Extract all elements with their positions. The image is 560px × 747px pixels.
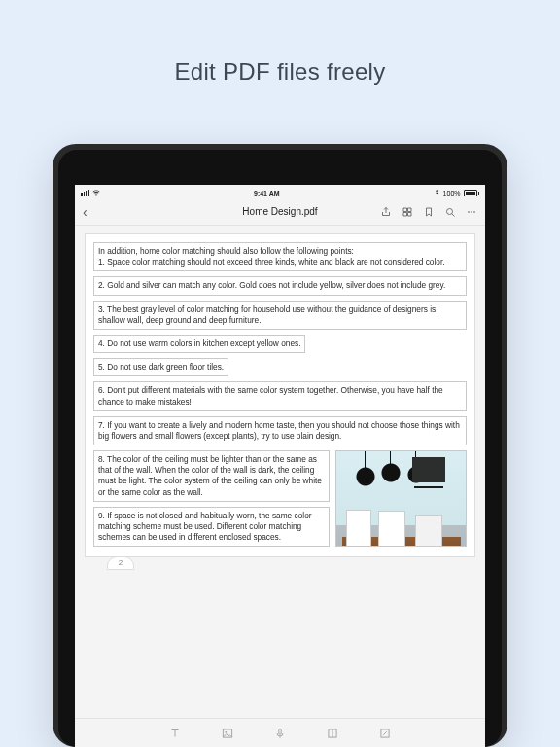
- battery-icon: [464, 190, 480, 196]
- image-tool-icon[interactable]: [221, 727, 234, 740]
- annotate-tool-icon[interactable]: [378, 727, 392, 740]
- svg-point-5: [225, 730, 227, 732]
- status-time: 9:41 AM: [254, 190, 280, 196]
- share-icon[interactable]: [380, 206, 392, 218]
- text-block[interactable]: 5. Do not use dark green floor tiles.: [93, 358, 228, 376]
- layout-tool-icon[interactable]: [326, 727, 339, 740]
- svg-point-0: [447, 208, 453, 214]
- bluetooth-icon: [434, 189, 440, 196]
- edit-toolbar: [75, 718, 485, 747]
- text-tool-icon[interactable]: [168, 727, 182, 740]
- text-block[interactable]: 9. If space is not closed and habitually…: [93, 507, 330, 548]
- embedded-image[interactable]: [335, 450, 467, 547]
- grid-icon[interactable]: [402, 206, 413, 218]
- svg-point-1: [468, 211, 470, 213]
- text-block[interactable]: 7. If you want to create a lively and mo…: [93, 416, 467, 445]
- text-block[interactable]: 6. Don't put different materials with th…: [93, 381, 467, 410]
- text-block[interactable]: 8. The color of the ceiling must be ligh…: [93, 450, 330, 502]
- voice-tool-icon[interactable]: [273, 727, 287, 740]
- bookmark-icon[interactable]: [423, 206, 435, 218]
- back-button[interactable]: ‹: [83, 205, 98, 219]
- page-number-badge: 2: [107, 556, 134, 571]
- device-frame: 9:41 AM 100% ‹ Home Design.pdf: [52, 144, 508, 747]
- svg-point-2: [471, 211, 472, 213]
- more-icon[interactable]: [466, 206, 477, 218]
- pdf-page[interactable]: In addition, home color matching should …: [85, 233, 475, 557]
- promo-title: Edit PDF files freely: [0, 58, 560, 86]
- svg-rect-6: [279, 729, 281, 734]
- cellular-signal-icon: [81, 190, 89, 196]
- text-block[interactable]: In addition, home color matching should …: [93, 242, 467, 271]
- text-block[interactable]: 2. Gold and silver can match any color. …: [93, 276, 467, 295]
- app-header: ‹ Home Design.pdf: [75, 198, 485, 226]
- app-screen: 9:41 AM 100% ‹ Home Design.pdf: [75, 185, 485, 747]
- search-icon[interactable]: [444, 206, 456, 218]
- status-bar: 9:41 AM 100%: [75, 185, 485, 198]
- text-block[interactable]: 3. The best gray level of color matching…: [93, 301, 467, 330]
- battery-percent: 100%: [443, 190, 461, 196]
- svg-point-3: [473, 211, 475, 213]
- wifi-icon: [92, 189, 100, 197]
- text-block[interactable]: 4. Do not use warm colors in kitchen exc…: [93, 335, 305, 353]
